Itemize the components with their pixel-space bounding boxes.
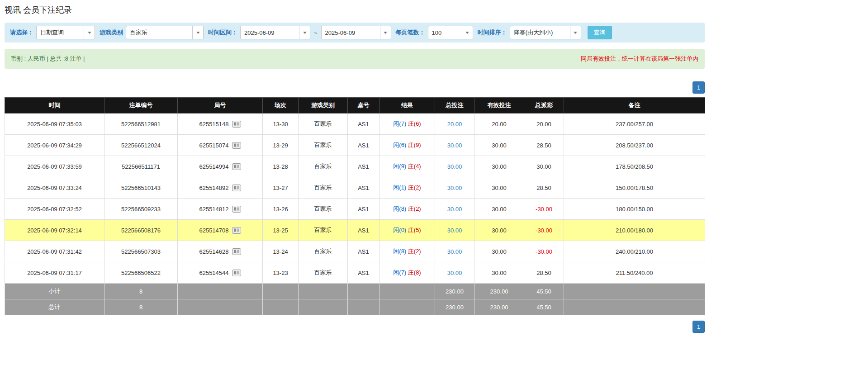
cell-game-type: 百家乐 bbox=[299, 262, 348, 284]
cell-game-type: 百家乐 bbox=[299, 199, 348, 220]
query-type-label: 请选择： bbox=[10, 28, 33, 37]
search-button[interactable]: 查询 bbox=[588, 26, 612, 39]
page-button-1[interactable]: 1 bbox=[693, 321, 705, 333]
cell-session: 13-26 bbox=[263, 199, 299, 220]
cell-payout: -30.00 bbox=[524, 220, 564, 241]
cell-session: 13-27 bbox=[263, 177, 299, 199]
cell-total-bet: 30.00 bbox=[435, 156, 474, 177]
result-banker: 庄(5) bbox=[408, 227, 421, 233]
column-header-round-id: 局号 bbox=[178, 98, 263, 114]
summary-cell bbox=[263, 299, 299, 315]
summary-cell: 8 bbox=[104, 284, 178, 299]
cell-table-no: AS1 bbox=[348, 135, 379, 156]
date-from-input[interactable]: 2025-06-09 bbox=[240, 26, 310, 39]
column-header-game-type: 游戏类别 bbox=[299, 98, 348, 114]
page-size-select[interactable]: 100 bbox=[428, 26, 473, 39]
total-bet-link[interactable]: 30.00 bbox=[447, 270, 462, 276]
table-row: 2025-06-09 07:35:03522566512981625515148… bbox=[5, 114, 705, 135]
cell-time: 2025-06-09 07:33:59 bbox=[5, 156, 104, 177]
cell-bet-id: 522566512024 bbox=[104, 135, 178, 156]
chevron-down-icon[interactable] bbox=[84, 26, 95, 39]
summary-cell bbox=[379, 284, 435, 299]
total-bet-link[interactable]: 30.00 bbox=[447, 163, 462, 170]
game-type-value: 百家乐 bbox=[126, 26, 192, 39]
date-to-input[interactable]: 2025-06-09 bbox=[321, 26, 391, 39]
table-row: 2025-06-09 07:34:29522566512024625515074… bbox=[5, 135, 705, 156]
cell-session: 13-28 bbox=[263, 156, 299, 177]
bet-table-body: 2025-06-09 07:35:03522566512981625515148… bbox=[5, 114, 705, 315]
cell-total-bet: 30.00 bbox=[435, 199, 474, 220]
video-replay-icon[interactable] bbox=[232, 248, 241, 255]
cell-total-bet: 30.00 bbox=[435, 220, 474, 241]
page-title: 视讯 会员下注纪录 bbox=[5, 5, 705, 15]
total-bet-link[interactable]: 20.00 bbox=[447, 121, 462, 128]
result-player: 闲(8) bbox=[393, 248, 406, 255]
summary-cell bbox=[348, 284, 379, 299]
date-to-value: 2025-06-09 bbox=[322, 26, 380, 39]
summary-cell: 总计 bbox=[5, 299, 104, 315]
cell-valid-bet: 30.00 bbox=[474, 135, 524, 156]
query-type-select[interactable]: 日期查询 bbox=[36, 26, 95, 39]
cell-result: 闲(7) 庄(6) bbox=[379, 114, 435, 135]
cell-session: 13-24 bbox=[263, 241, 299, 262]
video-replay-icon[interactable] bbox=[232, 270, 241, 276]
cell-session: 13-25 bbox=[263, 220, 299, 241]
pagination-bottom: 1 bbox=[5, 321, 705, 337]
cell-payout: 28.50 bbox=[524, 262, 564, 284]
pagination-top: 1 bbox=[5, 81, 705, 94]
chevron-down-icon[interactable] bbox=[192, 26, 203, 39]
result-player: 闲(0) bbox=[393, 227, 406, 233]
column-header-session: 场次 bbox=[263, 98, 299, 114]
total-bet-link[interactable]: 30.00 bbox=[447, 206, 462, 213]
summary-cell: 小计 bbox=[5, 284, 104, 299]
chevron-down-icon[interactable] bbox=[380, 26, 391, 39]
cell-valid-bet: 30.00 bbox=[474, 220, 524, 241]
video-replay-icon[interactable] bbox=[232, 206, 241, 213]
cell-time: 2025-06-09 07:32:14 bbox=[5, 220, 104, 241]
cell-bet-id: 522566508176 bbox=[104, 220, 178, 241]
video-replay-icon[interactable] bbox=[232, 163, 241, 170]
grandtotal-row: 总计8230.00230.0045.50 bbox=[5, 299, 705, 315]
video-replay-icon[interactable] bbox=[232, 185, 241, 191]
cell-bet-id: 522566507303 bbox=[104, 241, 178, 262]
chevron-down-icon[interactable] bbox=[462, 26, 473, 39]
result-player: 闲(9) bbox=[393, 163, 406, 170]
video-replay-icon[interactable] bbox=[232, 142, 241, 149]
sort-select[interactable]: 降幂(由大到小) bbox=[510, 26, 581, 39]
result-banker: 庄(2) bbox=[408, 248, 421, 255]
game-type-select[interactable]: 百家乐 bbox=[126, 26, 204, 39]
summary-cell bbox=[299, 299, 348, 315]
total-bet-link[interactable]: 30.00 bbox=[447, 227, 462, 234]
page-size-value: 100 bbox=[428, 26, 462, 39]
result-player: 闲(7) bbox=[393, 120, 406, 127]
cell-result: 闲(8) 庄(2) bbox=[379, 199, 435, 220]
total-bet-link[interactable]: 30.00 bbox=[447, 142, 462, 149]
cell-payout: 28.50 bbox=[524, 177, 564, 199]
total-bet-link[interactable]: 30.00 bbox=[447, 185, 462, 191]
page-button-1[interactable]: 1 bbox=[693, 81, 705, 94]
time-range-label: 时间区间： bbox=[208, 28, 237, 37]
chevron-down-icon[interactable] bbox=[299, 26, 310, 39]
cell-result: 闲(8) 庄(2) bbox=[379, 241, 435, 262]
cell-game-type: 百家乐 bbox=[299, 135, 348, 156]
result-player: 闲(7) bbox=[393, 269, 406, 276]
cell-table-no: AS1 bbox=[348, 220, 379, 241]
total-bet-link[interactable]: 30.00 bbox=[447, 248, 462, 255]
cell-result: 闲(1) 庄(2) bbox=[379, 177, 435, 199]
summary-cell bbox=[564, 299, 705, 315]
cell-bet-id: 522566509233 bbox=[104, 199, 178, 220]
cell-valid-bet: 30.00 bbox=[474, 241, 524, 262]
cell-time: 2025-06-09 07:31:42 bbox=[5, 241, 104, 262]
column-header-bet-id: 注单编号 bbox=[104, 98, 178, 114]
video-replay-icon[interactable] bbox=[232, 121, 241, 128]
cell-payout: -30.00 bbox=[524, 199, 564, 220]
cell-round-id: 625514544 bbox=[178, 262, 263, 284]
chevron-down-icon[interactable] bbox=[570, 26, 581, 39]
summary-cell: 230.00 bbox=[474, 284, 524, 299]
cell-round-id: 625514994 bbox=[178, 156, 263, 177]
column-header-result: 结果 bbox=[379, 98, 435, 114]
table-row: 2025-06-09 07:32:14522566508176625514708… bbox=[5, 220, 705, 241]
column-header-valid-bet: 有效投注 bbox=[474, 98, 524, 114]
video-replay-icon[interactable] bbox=[232, 227, 241, 234]
summary-cell: 230.00 bbox=[474, 299, 524, 315]
